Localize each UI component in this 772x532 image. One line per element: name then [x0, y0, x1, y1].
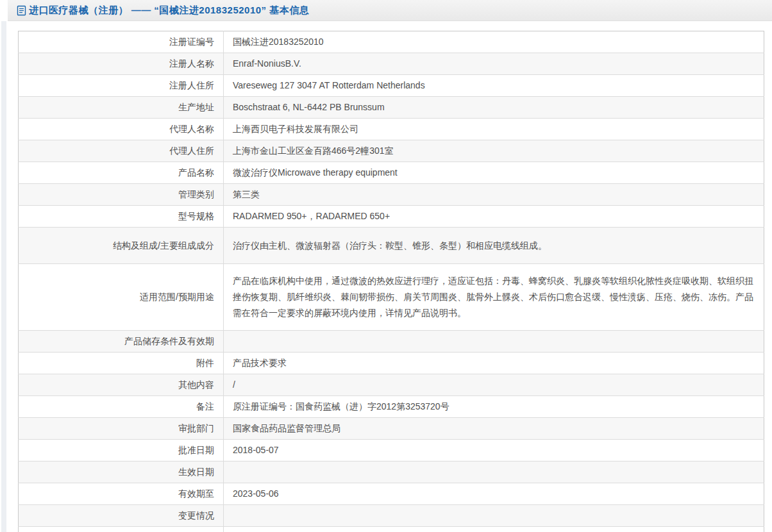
row-value: 2018-05-07 [224, 440, 764, 461]
table-row: 产品储存条件及有效期 [19, 331, 764, 353]
row-label: 代理人住所 [19, 140, 224, 162]
table-row: 注册人住所Vareseweg 127 3047 AT Rotterdam Net… [19, 75, 764, 97]
row-label: 生产地址 [19, 97, 224, 119]
row-value: 国械注进20183252010 [224, 31, 764, 53]
table-row: 生效日期 [19, 461, 764, 483]
table-row: 适用范围/预期用途产品在临床机构中使用，通过微波的热效应进行理疗，适应证包括：丹… [19, 264, 764, 331]
row-value: 产品技术要求 [224, 353, 764, 374]
table-row: 注册证编号国械注进20183252010 [19, 31, 764, 53]
left-edge-strip [1, 21, 6, 532]
table-row: 生产地址Boschstraat 6, NL-6442 PB Brunssum [19, 97, 764, 119]
registration-info-table-body: 注册证编号国械注进20183252010注册人名称Enraf-NoniusB.V… [19, 31, 764, 532]
row-value [224, 461, 764, 483]
row-value: 上海市金山工业区金百路466号2幢301室 [224, 140, 764, 162]
row-value: Boschstraat 6, NL-6442 PB Brunssum [224, 97, 764, 119]
table-row: 备注原注册证编号：国食药监械（进）字2012第3253720号 [19, 396, 764, 418]
row-value: 上海西贝电子科技发展有限公司 [224, 119, 764, 140]
document-icon [17, 5, 26, 16]
row-value: Enraf-NoniusB.V. [224, 53, 764, 75]
row-value: 国家食品药品监督管理总局 [224, 418, 764, 440]
table-row: 产品名称微波治疗仪Microwave therapy equipment [19, 162, 764, 184]
row-label: 其他内容 [19, 374, 224, 396]
row-value: 产品在临床机构中使用，通过微波的热效应进行理疗，适应证包括：丹毒、蜂窝织炎、乳腺… [224, 264, 764, 331]
page-title: 进口医疗器械（注册） —— “国械注进20183252010” 基本信息 [29, 4, 309, 17]
table-row: 其他内容/ [19, 374, 764, 396]
row-label: 产品名称 [19, 162, 224, 184]
row-label: 代理人名称 [19, 119, 224, 140]
row-value: 2023-05-06 [224, 483, 764, 505]
row-value: 微波治疗仪Microwave therapy equipment [224, 162, 764, 184]
row-value: 治疗仪由主机、微波辐射器（治疗头：鞍型、锥形、条型）和相应电缆线组成。 [224, 228, 764, 264]
page-header: 进口医疗器械（注册） —— “国械注进20183252010” 基本信息 [8, 0, 772, 21]
row-value [224, 505, 764, 527]
row-value [224, 331, 764, 353]
row-label: 注册人住所 [19, 75, 224, 97]
registration-info-table: 注册证编号国械注进20183252010注册人名称Enraf-NoniusB.V… [18, 31, 764, 532]
table-row [19, 527, 764, 532]
row-label: 产品储存条件及有效期 [19, 331, 224, 353]
row-label: 注册人名称 [19, 53, 224, 75]
row-label: 审批部门 [19, 418, 224, 440]
row-label: 适用范围/预期用途 [19, 264, 224, 331]
table-row: 附件产品技术要求 [19, 353, 764, 374]
table-row: 代理人住所上海市金山工业区金百路466号2幢301室 [19, 140, 764, 162]
row-label: 附件 [19, 353, 224, 374]
row-value [224, 527, 764, 532]
row-value: 第三类 [224, 184, 764, 206]
row-label: 变更情况 [19, 505, 224, 527]
row-label: 备注 [19, 396, 224, 418]
row-label: 结构及组成/主要组成成分 [19, 228, 224, 264]
row-label: 有效期至 [19, 483, 224, 505]
row-label: 管理类别 [19, 184, 224, 206]
row-label: 批准日期 [19, 440, 224, 461]
table-row: 型号规格RADARMED 950+，RADARMED 650+ [19, 206, 764, 228]
row-label: 型号规格 [19, 206, 224, 228]
table-row: 注册人名称Enraf-NoniusB.V. [19, 53, 764, 75]
row-label: 生效日期 [19, 461, 224, 483]
row-label [19, 527, 224, 532]
table-row: 代理人名称上海西贝电子科技发展有限公司 [19, 119, 764, 140]
table-row: 结构及组成/主要组成成分治疗仪由主机、微波辐射器（治疗头：鞍型、锥形、条型）和相… [19, 228, 764, 264]
table-row: 批准日期2018-05-07 [19, 440, 764, 461]
row-value: / [224, 374, 764, 396]
page: 进口医疗器械（注册） —— “国械注进20183252010” 基本信息 注册证… [0, 0, 772, 532]
row-value: RADARMED 950+，RADARMED 650+ [224, 206, 764, 228]
table-row: 审批部门国家食品药品监督管理总局 [19, 418, 764, 440]
row-label: 注册证编号 [19, 31, 224, 53]
row-value: 原注册证编号：国食药监械（进）字2012第3253720号 [224, 396, 764, 418]
row-value: Vareseweg 127 3047 AT Rotterdam Netherla… [224, 75, 764, 97]
table-row: 变更情况 [19, 505, 764, 527]
table-row: 有效期至2023-05-06 [19, 483, 764, 505]
table-row: 管理类别第三类 [19, 184, 764, 206]
